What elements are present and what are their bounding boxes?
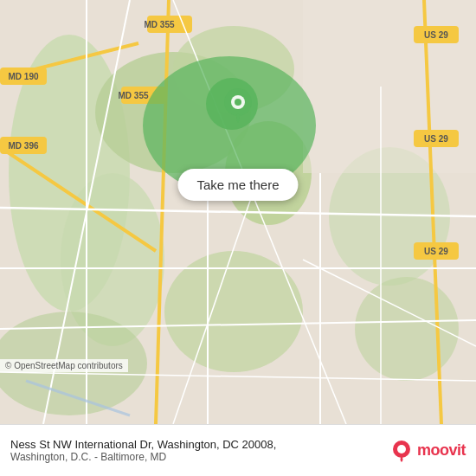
location-pin-icon: [219, 87, 257, 125]
svg-point-45: [235, 99, 241, 106]
bottom-info-bar: Ness St NW International Dr, Washington,…: [0, 424, 476, 476]
moovit-brand-text: moovit: [417, 441, 466, 460]
moovit-pin-icon: [389, 439, 414, 463]
svg-text:MD 190: MD 190: [8, 72, 38, 81]
svg-text:US 29: US 29: [424, 247, 448, 256]
svg-text:MD 355: MD 355: [144, 20, 174, 29]
address-line1: Ness St NW International Dr, Washington,…: [10, 438, 381, 451]
svg-text:MD 355: MD 355: [118, 91, 148, 100]
svg-text:MD 396: MD 396: [8, 141, 38, 151]
svg-text:US 29: US 29: [424, 30, 448, 40]
svg-point-9: [355, 277, 459, 381]
take-me-there-button[interactable]: Take me there: [177, 169, 298, 201]
svg-text:US 29: US 29: [424, 134, 448, 144]
moovit-logo: moovit: [389, 439, 466, 463]
copyright-notice: © OpenStreetMap contributors: [0, 359, 128, 372]
svg-point-47: [397, 445, 406, 453]
address-line2: Washington, D.C. - Baltimore, MD: [10, 451, 381, 463]
map-container: MD 355 MD 355 MD 396 MD 190 US 29 US 29 …: [0, 0, 476, 424]
address-block: Ness St NW International Dr, Washington,…: [10, 438, 381, 463]
copyright-text: © OpenStreetMap contributors: [5, 361, 123, 370]
